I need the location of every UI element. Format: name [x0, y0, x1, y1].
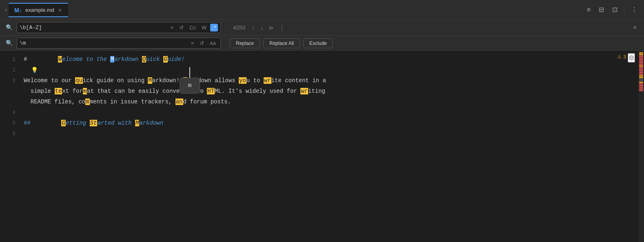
minimap-line — [639, 77, 643, 78]
replace-font-button[interactable]: AA — [208, 40, 218, 47]
find-refresh-button[interactable]: ↺ — [177, 24, 186, 31]
replace-button[interactable]: Replace — [230, 38, 260, 48]
line-num-1: 1 — [0, 54, 16, 65]
search-nav: 4/253 ↑ ↓ ⊳ ⋮ — [230, 22, 287, 33]
line-num-5 — [0, 96, 16, 107]
settings-button[interactable]: ⚙ — [628, 53, 635, 63]
minimap-line — [639, 74, 643, 75]
search-area: 🔍 × ↺ Cc W .* 4/253 ↑ ↓ ⊳ ⋮ × 🔍 × ↺ AA R… — [0, 20, 644, 51]
minimap-line — [639, 59, 643, 60]
line-numbers: 1 2 3 4 5 6 — [0, 51, 20, 242]
more-options-button[interactable]: ⋮ — [628, 3, 641, 16]
minimap-line — [639, 82, 643, 83]
minimap-line — [639, 64, 643, 65]
markdown-icon: M↓ — [14, 7, 22, 13]
find-filter-button[interactable]: ⊳ — [266, 23, 276, 33]
line-num-4 — [0, 86, 16, 96]
hl-yo: yo — [239, 77, 246, 84]
minimap-line — [639, 57, 643, 58]
hl-G: G — [163, 56, 167, 63]
tab-example-md[interactable]: M↓ example.md × — [9, 3, 68, 17]
code-line-2: 💡 — [24, 65, 638, 75]
hl-HT: HT — [207, 88, 215, 94]
tab-filename: example.md — [25, 7, 54, 13]
find-clear-button[interactable]: × — [169, 24, 176, 31]
hl-G2: G — [61, 120, 65, 126]
tooltip-box: m — [180, 78, 200, 94]
find-prev-button[interactable]: ↑ — [249, 23, 257, 33]
find-more-button[interactable]: ⋮ — [277, 22, 287, 33]
minimap-line — [639, 85, 643, 86]
hl-qu: qu — [75, 77, 83, 84]
minimap-line — [639, 56, 643, 57]
cursor-bar — [189, 67, 190, 78]
tab-close-button[interactable]: × — [58, 6, 62, 14]
split-view-button[interactable]: ⊟ — [595, 3, 607, 16]
image-view-button[interactable]: ⊡ — [609, 3, 621, 16]
expand-button[interactable]: ‹ — [3, 4, 9, 15]
replace-input[interactable] — [20, 40, 187, 46]
hl-wr: wr — [264, 77, 271, 84]
find-next-button[interactable]: ↓ — [258, 23, 266, 33]
minimap-line — [639, 62, 643, 63]
warning-badge: ⚠ 3 — [617, 54, 626, 60]
minimap-line — [639, 80, 643, 81]
minimap-line — [639, 52, 643, 54]
replace-input-wrap: × ↺ AA — [17, 38, 221, 49]
replace-refresh-button[interactable]: ↺ — [198, 39, 206, 47]
replace-expand-icon[interactable]: 🔍 — [4, 39, 14, 47]
minimap-line — [639, 90, 643, 91]
find-input[interactable] — [20, 25, 167, 31]
lightbulb-icon: 💡 — [31, 67, 38, 74]
find-regex-button[interactable]: .* — [210, 24, 218, 31]
hl-m3: m — [83, 88, 87, 94]
replace-clear-button[interactable]: × — [189, 39, 196, 47]
h2-text: Getting Started with Markdown — [34, 113, 163, 133]
hl-m4: m — [85, 99, 89, 105]
line-num-3: 3 — [0, 75, 16, 86]
hl-wr2: wr — [300, 88, 308, 94]
code-line-1: # Welcome to the Markdown Quick Guide! — [24, 54, 638, 65]
hl-M1: M — [148, 77, 152, 84]
find-word-button[interactable]: W — [200, 24, 209, 31]
toolbar-divider — [624, 6, 624, 14]
code-line-4: simple text format that can be easily co… — [24, 86, 638, 96]
editor-area: 1 2 3 4 5 6 # Welcome to the Markdown Qu… — [0, 51, 644, 242]
heading-hash: # — [24, 56, 31, 63]
minimap-line — [639, 88, 643, 90]
hl-W: W — [58, 56, 62, 63]
warning-count: 3 — [623, 54, 626, 60]
minimap-line — [639, 75, 643, 76]
line-num-7: 5 — [0, 118, 16, 128]
replace-all-button[interactable]: Replace All — [263, 38, 300, 48]
list-view-button[interactable]: ≡ — [584, 4, 594, 16]
hl-M5: M — [135, 120, 139, 126]
find-case-button[interactable]: Cc — [187, 24, 198, 31]
minimap-line — [639, 60, 643, 62]
exclude-button[interactable]: Exclude — [303, 38, 333, 48]
code-line-3: Welcome to our quick guide on using Mark… — [24, 75, 638, 86]
find-input-wrap: × ↺ Cc W .* — [17, 22, 221, 33]
minimap-line — [639, 72, 643, 73]
tab-bar: ‹ M↓ example.md × ≡ ⊟ ⊡ ⋮ — [0, 0, 644, 20]
find-expand-icon[interactable]: 🔍 — [4, 23, 14, 32]
minimap-line — [639, 87, 643, 88]
minimap-line — [639, 65, 643, 67]
minimap[interactable] — [638, 51, 644, 242]
h2-hash: ## — [24, 120, 34, 126]
hl-cursor-M: M — [110, 56, 114, 63]
line-num-2: 2 — [0, 65, 16, 75]
code-content[interactable]: # Welcome to the Markdown Quick Guide! 💡… — [20, 51, 638, 242]
minimap-line — [639, 69, 643, 70]
warning-icon: ⚠ — [617, 54, 622, 60]
minimap-line — [639, 70, 643, 72]
find-close-button[interactable]: × — [630, 22, 640, 33]
find-row: 🔍 × ↺ Cc W .* 4/253 ↑ ↓ ⊳ ⋮ × — [0, 20, 644, 36]
search-count: 4/253 — [230, 25, 249, 31]
hl-St: St — [90, 120, 98, 126]
line-num-8: 6 — [0, 128, 16, 139]
hl-an: an — [175, 99, 183, 105]
tab-toolbar: ≡ ⊟ ⊡ ⋮ — [584, 3, 641, 16]
replace-actions: Replace Replace All Exclude — [230, 38, 333, 48]
code-line-5: README files, comments in issue trackers… — [24, 96, 638, 107]
